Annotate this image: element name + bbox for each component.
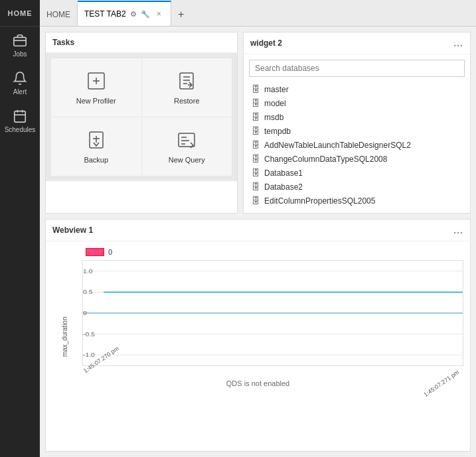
- bell-icon: [13, 71, 27, 86]
- sidebar-schedules-label: Schedules: [5, 126, 36, 133]
- new-profiler-icon: [86, 70, 107, 92]
- task-backup[interactable]: Backup: [51, 117, 141, 176]
- svg-text:0: 0: [83, 309, 87, 316]
- sidebar-home[interactable]: HOME: [0, 0, 40, 27]
- list-item[interactable]: 🗄 EditColumnPropertiesSQL2005: [249, 194, 465, 208]
- tasks-widget: Tasks New Profiler: [45, 32, 238, 214]
- sidebar: HOME Jobs Alert Schedules: [0, 0, 40, 457]
- tab-active-label: TEST TAB2: [84, 9, 126, 19]
- y-axis-label: max_duration: [61, 317, 68, 358]
- db-name: msdb: [264, 113, 283, 122]
- tasks-widget-header: Tasks: [46, 33, 237, 53]
- db-list: 🗄 master 🗄 model 🗄 msdb 🗄 tempdb: [244, 82, 470, 213]
- db-name: master: [264, 85, 289, 94]
- briefcase-icon: [13, 33, 27, 48]
- database-icon: 🗄: [252, 168, 260, 178]
- legend-value: 0: [108, 248, 112, 256]
- webview-widget: Webview 1 ... 0 max_duration: [45, 219, 471, 452]
- svg-text:-0.5: -0.5: [83, 330, 95, 338]
- svg-text:1.0: 1.0: [83, 267, 93, 275]
- content-area: Tasks New Profiler: [40, 27, 476, 457]
- database-icon: 🗄: [252, 182, 260, 192]
- webview-widget-more[interactable]: ...: [453, 225, 463, 235]
- db-widget-title: widget 2: [250, 38, 282, 48]
- db-widget: widget 2 ... 🗄 master 🗄 model 🗄 m: [243, 32, 471, 214]
- svg-text:0.5: 0.5: [83, 289, 93, 296]
- db-name: Database1: [264, 168, 303, 178]
- tab-add-button[interactable]: +: [171, 3, 191, 26]
- calendar-icon: [13, 109, 27, 123]
- main-area: HOME TEST TAB2 ⚙ 🔧 × + Tasks: [40, 0, 476, 457]
- database-icon: 🗄: [252, 84, 260, 94]
- task-restore[interactable]: Restore: [142, 58, 232, 117]
- db-name: EditColumnPropertiesSQL2005: [264, 196, 375, 206]
- database-icon: 🗄: [252, 140, 260, 150]
- sidebar-alert-label: Alert: [13, 88, 27, 96]
- tab-bar: HOME TEST TAB2 ⚙ 🔧 × +: [40, 0, 476, 27]
- sidebar-item-jobs[interactable]: Jobs: [0, 27, 40, 64]
- list-item[interactable]: 🗄 model: [249, 96, 465, 110]
- list-item[interactable]: 🗄 Database1: [249, 166, 465, 180]
- database-icon: 🗄: [252, 196, 260, 206]
- svg-rect-10: [180, 73, 193, 89]
- sidebar-item-schedules[interactable]: Schedules: [0, 102, 40, 140]
- sidebar-jobs-label: Jobs: [13, 50, 27, 58]
- tasks-grid: New Profiler Restore: [46, 53, 237, 181]
- db-name: AddNewTableLaunchTableDesignerSQL2: [264, 141, 411, 150]
- db-name: model: [264, 99, 286, 108]
- list-item[interactable]: 🗄 ChangeColumnDataTypeSQL2008: [249, 152, 465, 166]
- task-new-profiler-label: New Profiler: [76, 97, 116, 105]
- chart-legend: 0: [52, 248, 463, 256]
- database-icon: 🗄: [252, 154, 260, 164]
- x-labels: 1:45:07.270 pm 1:45:07.271 pm: [82, 366, 457, 375]
- task-new-query[interactable]: New Query: [142, 117, 232, 176]
- list-item[interactable]: 🗄 AddNewTableLaunchTableDesignerSQL2: [249, 138, 465, 152]
- db-name: ChangeColumnDataTypeSQL2008: [264, 155, 387, 164]
- top-row: Tasks New Profiler: [45, 32, 471, 214]
- task-backup-label: Backup: [84, 156, 108, 164]
- task-new-profiler[interactable]: New Profiler: [51, 58, 141, 117]
- db-name: tempdb: [264, 127, 291, 136]
- new-query-icon: [176, 129, 197, 151]
- restore-icon: [176, 70, 197, 92]
- webview-widget-title: Webview 1: [52, 226, 93, 235]
- tab-tools-icon: 🔧: [141, 10, 150, 19]
- svg-rect-0: [14, 37, 26, 46]
- tab-test-tab2[interactable]: TEST TAB2 ⚙ 🔧 ×: [78, 1, 171, 26]
- tab-home[interactable]: HOME: [40, 3, 78, 26]
- database-icon: 🗄: [252, 98, 260, 108]
- database-icon: 🗄: [252, 126, 260, 136]
- task-new-query-label: New Query: [169, 156, 205, 164]
- list-item[interactable]: 🗄 msdb: [249, 110, 465, 124]
- list-item[interactable]: 🗄 tempdb: [249, 124, 465, 138]
- list-item[interactable]: 🗄 master: [249, 82, 465, 96]
- chart-container: 1.0 0.5 0 -0.5 -1.0: [82, 260, 463, 366]
- legend-color-box: [86, 248, 104, 256]
- tab-close-button[interactable]: ×: [154, 8, 164, 20]
- db-name: Database2: [264, 182, 303, 192]
- database-icon: 🗄: [252, 112, 260, 122]
- webview-widget-header: Webview 1 ...: [46, 220, 470, 241]
- tasks-widget-title: Tasks: [52, 38, 74, 47]
- chart-svg: 1.0 0.5 0 -0.5 -1.0: [83, 261, 463, 365]
- task-restore-label: Restore: [174, 97, 200, 105]
- backup-icon: [86, 129, 107, 151]
- list-item[interactable]: 🗄 Database2: [249, 180, 465, 194]
- svg-rect-3: [15, 111, 26, 123]
- svg-text:-1.0: -1.0: [83, 351, 95, 358]
- chart-footer: QDS is not enabled: [46, 375, 470, 393]
- db-search-input[interactable]: [249, 60, 465, 77]
- db-widget-more[interactable]: ...: [453, 38, 463, 48]
- sidebar-item-alert[interactable]: Alert: [0, 64, 40, 102]
- tab-settings-icon: ⚙: [130, 10, 137, 19]
- db-widget-header: widget 2 ...: [244, 33, 470, 54]
- chart-area: 0 max_duration: [46, 241, 470, 375]
